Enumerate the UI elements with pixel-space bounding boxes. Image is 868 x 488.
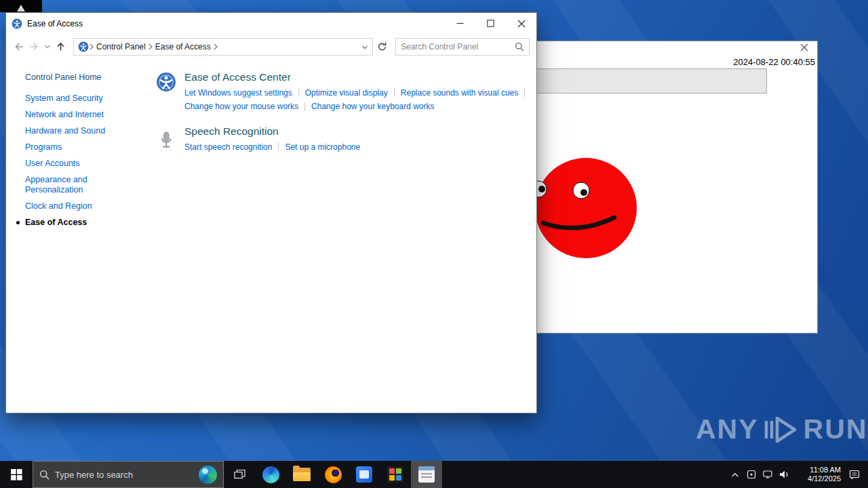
- title-bar[interactable]: Ease of Access: [6, 13, 536, 34]
- refresh-button[interactable]: [377, 41, 387, 52]
- taskbar-icon-firefox[interactable]: [317, 461, 349, 488]
- ease-of-access-icon: [12, 18, 22, 29]
- tray-show-hidden-icons-button[interactable]: [727, 461, 743, 488]
- microphone-icon[interactable]: [159, 131, 173, 151]
- link-divider: [394, 89, 395, 97]
- minimize-button[interactable]: [445, 13, 475, 34]
- control-panel-sidebar: Control Panel Home System and Security N…: [6, 59, 145, 413]
- breadcrumb-chevron-icon: [89, 43, 94, 51]
- taskbar: 11:08 AM 4/12/2025: [0, 461, 868, 488]
- blue-app-icon: [356, 466, 372, 483]
- address-bar[interactable]: Control Panel Ease of Access: [73, 38, 373, 56]
- up-arrow-icon: [55, 41, 66, 52]
- tray-app-icon: [746, 469, 757, 480]
- control-panel-window[interactable]: Ease of Access: [5, 12, 537, 413]
- tray-volume-button[interactable]: [776, 461, 792, 488]
- breadcrumb-ease-of-access[interactable]: Ease of Access: [155, 42, 211, 52]
- taskbar-clock[interactable]: 11:08 AM 4/12/2025: [796, 466, 841, 483]
- anyrun-watermark: ANY RUN: [696, 413, 867, 445]
- forward-arrow-icon: [28, 41, 40, 52]
- chevron-down-icon: [44, 44, 51, 49]
- close-icon: [800, 43, 809, 52]
- speaker-icon: [778, 469, 789, 480]
- chevron-up-icon: [730, 470, 740, 479]
- close-icon: [517, 20, 526, 28]
- task-view-button[interactable]: [224, 461, 255, 488]
- link-change-how-your-mouse-works[interactable]: Change how your mouse works: [184, 102, 298, 111]
- link-set-up-a-microphone[interactable]: Set up a microphone: [285, 142, 360, 152]
- refresh-icon: [377, 41, 387, 52]
- close-button[interactable]: [506, 13, 536, 34]
- control-panel-search-box[interactable]: [395, 38, 530, 56]
- taskbar-icon-edge[interactable]: [255, 461, 286, 488]
- search-icon: [39, 470, 50, 480]
- link-optimize-visual-display[interactable]: Optimize visual display: [305, 88, 388, 98]
- sidebar-item-control-panel-home[interactable]: Control Panel Home: [25, 73, 145, 82]
- link-let-windows-suggest-settings[interactable]: Let Windows suggest settings: [184, 88, 292, 98]
- up-button[interactable]: [55, 41, 66, 52]
- sidebar-item-network-and-internet[interactable]: Network and Internet: [25, 110, 121, 120]
- link-start-speech-recognition[interactable]: Start speech recognition: [184, 142, 272, 152]
- tray-network-button[interactable]: [760, 461, 776, 488]
- navigation-bar: Control Panel Ease of Access: [6, 34, 536, 59]
- search-icon[interactable]: [515, 42, 524, 52]
- section-ease-of-access-center: Ease of Access Center Let Windows sugges…: [156, 71, 536, 115]
- speech-recognition-title-link[interactable]: Speech Recognition: [184, 125, 360, 138]
- task-view-icon: [234, 469, 245, 480]
- action-center-button[interactable]: [846, 461, 863, 488]
- taskbar-search-box[interactable]: [33, 461, 224, 488]
- active-app-icon: [418, 466, 435, 483]
- minimize-icon: [456, 20, 464, 27]
- link-change-how-your-keyboard-works[interactable]: Change how your keyboard works: [311, 102, 434, 111]
- ease-of-access-center-icon[interactable]: [156, 72, 176, 92]
- sidebar-item-programs[interactable]: Programs: [25, 142, 121, 152]
- sidebar-item-user-accounts[interactable]: User Accounts: [25, 159, 121, 169]
- sidebar-item-system-and-security[interactable]: System and Security: [25, 94, 121, 104]
- link-divider: [278, 143, 279, 151]
- search-highlight-icon[interactable]: [199, 466, 217, 484]
- maximize-button[interactable]: [475, 13, 506, 34]
- watermark-any-text: ANY: [696, 413, 759, 445]
- link-divider: [524, 89, 525, 97]
- firefox-icon: [325, 466, 342, 483]
- taskbar-icon-active-app[interactable]: [411, 461, 442, 488]
- start-button[interactable]: [0, 461, 33, 488]
- link-divider: [304, 102, 305, 110]
- system-tray: 11:08 AM 4/12/2025: [727, 461, 868, 488]
- ease-of-access-center-title-link[interactable]: Ease of Access Center: [184, 71, 531, 83]
- taskbar-icon-file-explorer[interactable]: [286, 461, 317, 488]
- hidden-window-fragment[interactable]: [0, 0, 42, 12]
- windows-logo-icon: [11, 469, 22, 481]
- back-arrow-icon: [13, 41, 24, 52]
- back-button[interactable]: [13, 41, 24, 52]
- watermark-run-text: RUN: [804, 413, 868, 445]
- address-dropdown-button[interactable]: [361, 41, 368, 53]
- sidebar-item-clock-and-region[interactable]: Clock and Region: [25, 201, 121, 211]
- clock-time: 11:08 AM: [796, 466, 841, 474]
- taskbar-icon-blue-app[interactable]: [349, 461, 380, 488]
- breadcrumb-chevron-icon[interactable]: [148, 43, 153, 51]
- tray-app-button[interactable]: [743, 461, 760, 488]
- anyrun-play-logo-icon: [764, 414, 799, 445]
- hidden-window-icon: [15, 3, 27, 12]
- grid-app-icon: [387, 466, 403, 483]
- breadcrumb-control-panel[interactable]: Control Panel: [96, 42, 146, 52]
- taskbar-search-input[interactable]: [55, 470, 196, 480]
- taskbar-icon-grid-app[interactable]: [380, 461, 411, 488]
- control-panel-content: Ease of Access Center Let Windows sugges…: [145, 59, 536, 413]
- forward-button[interactable]: [28, 41, 40, 52]
- recent-locations-button[interactable]: [44, 44, 51, 49]
- clock-date: 4/12/2025: [796, 474, 841, 483]
- timestamp-label: 2024-08-22 00:40:55: [733, 57, 815, 67]
- breadcrumb-chevron-icon[interactable]: [213, 43, 218, 51]
- sidebar-item-appearance-and-personalization[interactable]: Appearance and Personalization: [25, 175, 121, 195]
- window-title: Ease of Access: [27, 19, 83, 28]
- section-speech-recognition: Speech Recognition Start speech recognit…: [156, 125, 536, 156]
- search-input[interactable]: [401, 42, 515, 52]
- sidebar-item-ease-of-access-active[interactable]: Ease of Access: [25, 218, 121, 228]
- maximize-icon: [487, 20, 494, 27]
- background-window-close-button[interactable]: [800, 43, 812, 55]
- network-icon: [762, 469, 773, 480]
- link-replace-sounds-with-visual-cues[interactable]: Replace sounds with visual cues: [401, 88, 518, 98]
- sidebar-item-hardware-and-sound[interactable]: Hardware and Sound: [25, 126, 121, 136]
